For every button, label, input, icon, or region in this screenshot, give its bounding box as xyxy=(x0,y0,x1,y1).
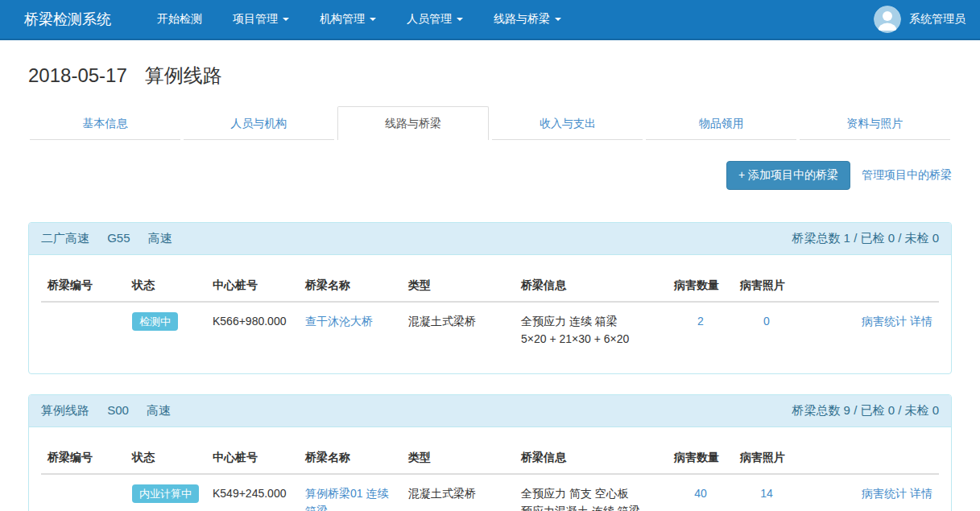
page-title: 2018-05-17算例线路 xyxy=(28,63,952,89)
row-actions-cell: 病害统计 详情 xyxy=(800,474,939,511)
user-menu[interactable]: 系统管理员 xyxy=(874,6,966,33)
col-bridge-info: 桥梁信息 xyxy=(515,267,668,302)
bridge-no-cell xyxy=(41,474,126,511)
status-cell: 检测中 xyxy=(126,302,206,348)
defect-count-cell: 40 xyxy=(668,474,734,511)
table-header-row: 桥梁编号 状态 中心桩号 桥梁名称 类型 桥梁信息 病害数量 病害照片 xyxy=(41,267,939,302)
bridge-type-cell: 混凝土式梁桥 xyxy=(402,474,515,511)
col-bridge-no: 桥梁编号 xyxy=(41,267,126,302)
line-name: 二广高速 xyxy=(41,231,89,245)
nav-item-label: 开始检测 xyxy=(157,12,202,27)
col-center-stake: 中心桩号 xyxy=(206,439,299,474)
defect-count-link[interactable]: 40 xyxy=(694,487,707,500)
nav-item-project-management[interactable]: 项目管理 xyxy=(221,0,301,39)
col-type: 类型 xyxy=(402,439,515,474)
bridge-name-cell: 查干沐沦大桥 xyxy=(299,302,402,348)
caret-down-icon xyxy=(283,18,289,21)
nav-item-lines-and-bridges[interactable]: 线路与桥梁 xyxy=(482,0,573,39)
nav-item-label: 人员管理 xyxy=(407,12,452,27)
col-status: 状态 xyxy=(126,267,206,302)
top-navbar: 桥梁检测系统 开始检测 项目管理 机构管理 人员管理 线路与桥梁 系统管理员 xyxy=(0,0,980,40)
app-brand[interactable]: 桥梁检测系统 xyxy=(24,10,111,29)
defect-photos-link[interactable]: 0 xyxy=(763,315,770,328)
bridge-name-cell: 算例桥梁01 连续箱梁 xyxy=(299,474,402,511)
col-bridge-name: 桥梁名称 xyxy=(299,267,402,302)
caret-down-icon xyxy=(370,18,376,21)
user-name: 系统管理员 xyxy=(909,12,966,27)
line-panel-body: 桥梁编号 状态 中心桩号 桥梁名称 类型 桥梁信息 病害数量 病害照片 检测中 xyxy=(29,255,951,373)
col-actions xyxy=(800,267,939,302)
col-defect-count: 病害数量 xyxy=(668,439,734,474)
bridge-table: 桥梁编号 状态 中心桩号 桥梁名称 类型 桥梁信息 病害数量 病害照片 内业计算… xyxy=(41,439,939,511)
nav-item-start-inspection[interactable]: 开始检测 xyxy=(145,0,214,39)
tab-lines-and-bridges[interactable]: 线路与桥梁 xyxy=(337,106,490,140)
nav-item-label: 线路与桥梁 xyxy=(494,12,550,27)
nav-item-label: 机构管理 xyxy=(320,12,365,27)
line-panel-g55: 二广高速 G55 高速 桥梁总数 1 / 已检 0 / 未检 0 桥梁编号 状态… xyxy=(28,222,952,374)
line-title: 算例线路 S00 高速 xyxy=(41,403,171,418)
line-panel-header: 二广高速 G55 高速 桥梁总数 1 / 已检 0 / 未检 0 xyxy=(29,223,951,255)
detail-link[interactable]: 详情 xyxy=(910,315,932,328)
line-panel-body: 桥梁编号 状态 中心桩号 桥梁名称 类型 桥梁信息 病害数量 病害照片 内业计算… xyxy=(29,427,951,511)
manage-project-bridges-link[interactable]: 管理项目中的桥梁 xyxy=(862,168,952,183)
tab-documents-photos[interactable]: 资料与照片 xyxy=(800,109,950,140)
bridge-info-line1: 全预应力 简支 空心板 xyxy=(521,484,661,502)
col-actions xyxy=(800,439,939,474)
line-title: 二广高速 G55 高速 xyxy=(41,231,172,246)
project-date: 2018-05-17 xyxy=(28,64,127,86)
tab-item-requisition[interactable]: 物品领用 xyxy=(646,109,796,140)
tab-income-expense[interactable]: 收入与支出 xyxy=(492,109,643,140)
col-bridge-no: 桥梁编号 xyxy=(41,439,126,474)
defect-photos-cell: 0 xyxy=(734,302,800,348)
road-class: 高速 xyxy=(147,403,171,417)
center-stake-cell: K566+980.000 xyxy=(206,302,299,348)
project-name: 算例线路 xyxy=(145,64,222,86)
row-actions-cell: 病害统计 详情 xyxy=(800,302,939,348)
bridge-no-cell xyxy=(41,302,126,348)
caret-down-icon xyxy=(457,18,463,21)
defect-count-cell: 2 xyxy=(668,302,734,348)
bridge-table: 桥梁编号 状态 中心桩号 桥梁名称 类型 桥梁信息 病害数量 病害照片 检测中 xyxy=(41,267,939,348)
defect-stats-link[interactable]: 病害统计 xyxy=(862,315,907,328)
defect-stats-link[interactable]: 病害统计 xyxy=(862,487,907,500)
defect-photos-link[interactable]: 14 xyxy=(760,487,773,500)
status-badge: 内业计算中 xyxy=(132,484,199,503)
bridge-info-line1: 全预应力 连续 箱梁 xyxy=(521,312,661,330)
nav-item-personnel-management[interactable]: 人员管理 xyxy=(395,0,475,39)
col-type: 类型 xyxy=(402,267,515,302)
defect-count-link[interactable]: 2 xyxy=(697,315,704,328)
bridge-name-link[interactable]: 算例桥梁01 连续箱梁 xyxy=(305,487,388,511)
bridge-type-cell: 混凝土式梁桥 xyxy=(402,302,515,348)
tab-basic-info[interactable]: 基本信息 xyxy=(30,109,180,140)
col-bridge-info: 桥梁信息 xyxy=(515,439,668,474)
bridge-toolbar: + 添加项目中的桥梁 管理项目中的桥梁 xyxy=(28,161,952,190)
project-tabs: 基本信息 人员与机构 线路与桥梁 收入与支出 物品领用 资料与照片 xyxy=(28,106,952,140)
bridge-info-line2: 预应力混凝土 连续 箱梁 xyxy=(521,502,661,511)
defect-photos-cell: 14 xyxy=(734,474,800,511)
user-avatar-icon xyxy=(874,6,901,33)
bridge-name-link[interactable]: 查干沐沦大桥 xyxy=(305,315,373,328)
caret-down-icon xyxy=(555,18,561,21)
table-row: 检测中 K566+980.000 查干沐沦大桥 混凝土式梁桥 全预应力 连续 箱… xyxy=(41,302,939,348)
col-bridge-name: 桥梁名称 xyxy=(299,439,402,474)
tab-personnel-and-org[interactable]: 人员与机构 xyxy=(184,109,334,140)
status-badge: 检测中 xyxy=(132,312,178,331)
table-header-row: 桥梁编号 状态 中心桩号 桥梁名称 类型 桥梁信息 病害数量 病害照片 xyxy=(41,439,939,474)
center-stake-cell: K549+245.000 xyxy=(206,474,299,511)
nav-item-label: 项目管理 xyxy=(233,12,278,27)
line-panel-s00: 算例线路 S00 高速 桥梁总数 9 / 已检 0 / 未检 0 桥梁编号 状态… xyxy=(28,394,952,511)
line-summary: 桥梁总数 1 / 已检 0 / 未检 0 xyxy=(792,231,939,246)
line-code: G55 xyxy=(107,231,130,245)
col-defect-count: 病害数量 xyxy=(668,267,734,302)
add-project-bridge-button[interactable]: + 添加项目中的桥梁 xyxy=(726,161,850,190)
bridge-info-line2: 5×20 + 21×30 + 6×20 xyxy=(521,330,661,348)
col-center-stake: 中心桩号 xyxy=(206,267,299,302)
nav-item-organization-management[interactable]: 机构管理 xyxy=(308,0,388,39)
col-status: 状态 xyxy=(126,439,206,474)
line-code: S00 xyxy=(107,403,129,417)
status-cell: 内业计算中 xyxy=(126,474,206,511)
detail-link[interactable]: 详情 xyxy=(910,487,932,500)
road-class: 高速 xyxy=(148,231,172,245)
col-defect-photos: 病害照片 xyxy=(734,439,800,474)
bridge-info-cell: 全预应力 简支 空心板 预应力混凝土 连续 箱梁 xyxy=(515,474,668,511)
